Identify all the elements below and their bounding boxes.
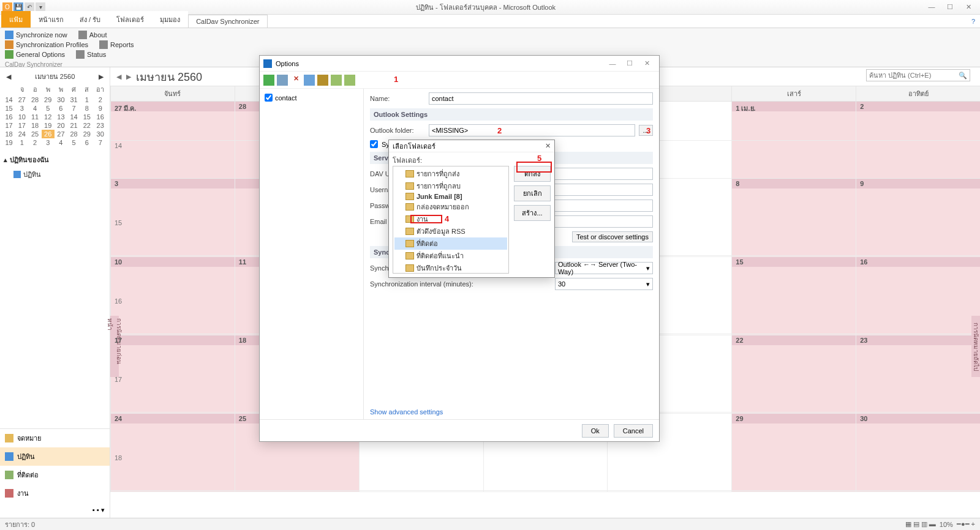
date-num: 2 — [860, 103, 864, 110]
left-nav: ◀ เมษายน 2560 ▶ จอพพศสอา 14272829303112 … — [0, 67, 110, 518]
btn-about[interactable]: About — [78, 31, 107, 39]
zoom-slider[interactable]: ━●━ + — [957, 520, 975, 528]
label: General Options — [16, 51, 65, 58]
search-input[interactable] — [869, 72, 959, 79]
name-label: Name: — [370, 95, 425, 102]
profile-checkbox[interactable] — [265, 94, 273, 102]
fp-ok-button[interactable]: ตกลง — [514, 166, 551, 182]
date-num: 29 — [736, 415, 743, 422]
interval-select[interactable]: 30▾ — [555, 278, 653, 290]
btn-reports[interactable]: Reports — [99, 40, 134, 49]
month-prev[interactable]: ◀ — [116, 73, 121, 81]
name-input[interactable] — [429, 92, 653, 105]
label: About — [89, 31, 107, 39]
minical-grid[interactable]: จอพพศสอา 14272829303112 153456789 161011… — [2, 83, 107, 147]
import-icon[interactable] — [344, 75, 355, 86]
folder-icon[interactable] — [317, 75, 328, 86]
nav-tasks[interactable]: งาน — [0, 484, 110, 502]
add-profile-icon[interactable] — [263, 75, 274, 86]
search-icon[interactable]: 🔍 — [959, 72, 967, 80]
tab-home[interactable]: หน้าแรก — [31, 11, 72, 28]
fp-tree-node[interactable]: กล่องจดหมายออก — [394, 201, 507, 213]
nav-item-calendar[interactable]: ปฏิทิน — [2, 168, 107, 181]
folder-picker-dialog: เลือกโฟลเดอร์ ✕ โฟลเดอร์: รายการที่ถูกส่… — [388, 140, 555, 278]
label: Synchronize now — [16, 31, 67, 39]
prev-appointment-handle[interactable]: การนัดหมายก่อนหน้า — [110, 316, 119, 377]
sync-immediate-checkbox[interactable] — [370, 140, 378, 148]
tab-sendreceive[interactable]: ส่ง / รับ — [72, 11, 108, 28]
date-num: 23 — [860, 337, 867, 344]
mode-select[interactable]: Outlook ←→ Server (Two-Way)▾ — [555, 262, 653, 274]
tab-caldav[interactable]: CalDav Synchronizer — [188, 15, 267, 28]
folder-input[interactable] — [429, 124, 635, 136]
test-settings-button[interactable]: Test or discover settings — [572, 231, 653, 242]
fp-close[interactable]: ✕ — [545, 142, 551, 150]
tab-folder[interactable]: โฟลเดอร์ — [108, 11, 152, 28]
maximize-button[interactable]: ☐ — [942, 3, 958, 11]
fp-tree-node[interactable]: ตัวดึงข้อมูล RSS — [394, 225, 507, 237]
month-title: เมษายน 2560 — [136, 68, 202, 86]
fp-tree-node[interactable]: รายการที่ถูกส่ง — [394, 168, 507, 180]
ok-button[interactable]: Ok — [582, 424, 609, 438]
profile-item[interactable]: contact — [263, 92, 360, 103]
show-advanced-link[interactable]: Show advanced settings — [370, 408, 653, 416]
fp-tree-node[interactable]: ที่ติดต่อ — [394, 237, 507, 250]
dayhdr-mon: จันทร์ — [110, 86, 235, 101]
date-num: 11 — [239, 258, 246, 266]
date-num: 24 — [115, 415, 122, 422]
tab-view[interactable]: มุมมอง — [152, 11, 188, 28]
btn-general-options[interactable]: General Options — [5, 50, 65, 59]
label: Reports — [110, 41, 134, 48]
nav-mail[interactable]: จดหมาย — [0, 429, 110, 447]
view-buttons[interactable]: ▦ ▤ ▥ ▬ — [905, 520, 936, 528]
dayhdr-sat: เสาร์ — [731, 86, 856, 101]
btn-status[interactable]: Status — [76, 50, 106, 59]
dialog-maximize[interactable]: ☐ — [621, 59, 638, 67]
dialog-close[interactable]: ✕ — [638, 59, 655, 67]
status-items: รายการ: 0 — [5, 519, 35, 530]
nav-group-mycalendars[interactable]: ▴ ปฏิทินของฉัน — [2, 152, 107, 168]
fp-tree-node[interactable]: รายการที่ถูกลบ — [394, 180, 507, 192]
minimize-button[interactable]: — — [924, 3, 940, 11]
fp-tree-node[interactable]: Junk Email [8] — [394, 192, 507, 201]
date-num: 3 — [115, 180, 118, 187]
date-num: 28 — [239, 103, 246, 110]
mini-calendar[interactable]: ◀ เมษายน 2560 ▶ จอพพศสอา 14272829303112 … — [0, 67, 110, 149]
next-appointment-handle[interactable]: การนัดหมายถัดไป — [971, 316, 980, 377]
fp-tree[interactable]: รายการที่ถูกส่งรายการที่ถูกลบJunk Email … — [393, 166, 509, 274]
nav-calendar[interactable]: ปฏิทิน — [0, 447, 110, 466]
fp-tree-node[interactable]: ที่ติดต่อที่แนะนำ — [394, 250, 507, 262]
minical-next[interactable]: ▶ — [99, 73, 104, 81]
btn-sync-profiles[interactable]: Synchronization Profiles — [5, 40, 88, 49]
nav-bottom: จดหมาย ปฏิทิน ที่ติดต่อ งาน ▪ ▪ ▾ — [0, 428, 110, 518]
search-box[interactable]: 🔍 — [866, 69, 970, 81]
delete-profile-icon[interactable]: ✕ — [290, 75, 301, 86]
dialog-icon — [263, 59, 272, 68]
fp-cancel-button[interactable]: ยกเลิก — [514, 185, 551, 201]
fp-new-button[interactable]: สร้าง... — [514, 205, 551, 221]
tab-file[interactable]: แฟ้ม — [1, 11, 31, 28]
nav-overflow[interactable]: ▪ ▪ ▾ — [0, 502, 110, 518]
fp-tree-node[interactable]: งาน — [394, 213, 507, 225]
close-button[interactable]: ✕ — [960, 3, 976, 11]
help-icon[interactable]: ? — [967, 15, 980, 28]
minical-prev[interactable]: ◀ — [6, 73, 11, 81]
add-multiple-icon[interactable] — [277, 75, 288, 86]
browse-folder-button[interactable]: ... — [639, 125, 653, 136]
folder-label: Outlook folder: — [370, 127, 425, 134]
date-num: 25 — [239, 415, 246, 422]
fp-tree-node[interactable]: บันทึกประจำวัน — [394, 262, 507, 274]
zoom-label: 10% — [940, 521, 953, 528]
export-icon[interactable] — [331, 75, 342, 86]
date-num: 16 — [115, 297, 122, 305]
cancel-button[interactable]: Cancel — [614, 424, 653, 438]
month-next[interactable]: ▶ — [126, 73, 131, 81]
copy-profile-icon[interactable] — [304, 75, 315, 86]
date-num: 15 — [736, 258, 743, 266]
dialog-minimize[interactable]: — — [604, 60, 621, 67]
date-num: 8 — [736, 180, 739, 187]
nav-contacts[interactable]: ที่ติดต่อ — [0, 466, 110, 484]
date-num: 17 — [115, 337, 122, 344]
btn-sync-now[interactable]: Synchronize now — [5, 31, 67, 39]
date-num: 1 เม.ย. — [736, 103, 755, 114]
